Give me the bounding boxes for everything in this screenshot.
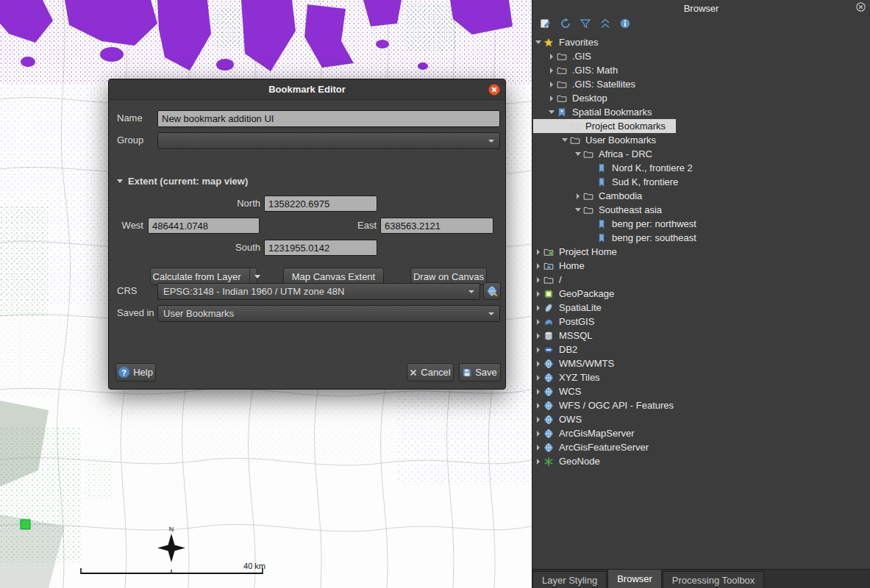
chevron-right-icon[interactable] (546, 77, 557, 91)
tree-item-home[interactable]: Home (533, 259, 595, 273)
east-input[interactable] (380, 218, 493, 234)
arcgis-feature-icon (543, 442, 555, 453)
tree-item-beng-per-northwest[interactable]: beng per: northwest (533, 217, 707, 231)
project-home-icon (543, 247, 555, 257)
saved-in-label: Saved in (117, 305, 154, 321)
refresh-icon[interactable] (559, 17, 572, 30)
chevron-right-icon[interactable] (533, 412, 543, 426)
chevron-placeholder (560, 119, 570, 133)
tree-item-postgis[interactable]: PostGIS (533, 315, 605, 329)
chevron-right-icon[interactable] (533, 384, 543, 398)
chevron-right-icon[interactable] (533, 259, 543, 273)
tree-item-southeast-asia[interactable]: Southeast asia (533, 203, 672, 217)
tree-item-nord-k-frontiere-2[interactable]: Nord K., frontiere 2 (533, 161, 703, 175)
tree-item-label: beng per: northwest (612, 218, 696, 229)
tree-item-user-bookmarks[interactable]: User Bookmarks (533, 133, 666, 147)
tree-item-root[interactable]: / (533, 273, 572, 287)
chevron-right-icon[interactable] (533, 301, 543, 315)
tab-processing-toolbox[interactable]: Processing Toolbox (663, 571, 765, 588)
tree-item-cambodia[interactable]: Cambodia (533, 189, 652, 203)
tree-item-desktop[interactable]: Desktop (533, 91, 618, 105)
cancel-icon (410, 369, 417, 376)
tree-item-label: Cambodia (599, 190, 642, 201)
tree-item-ows[interactable]: OWS (533, 412, 592, 426)
tree-item-wfs-ogc-api-features[interactable]: WFS / OGC API - Features (533, 398, 684, 412)
chevron-right-icon[interactable] (533, 343, 543, 356)
folder-icon (583, 149, 595, 159)
mssql-icon (543, 331, 555, 341)
extent-section-header[interactable]: Extent (current: map view) (117, 176, 248, 187)
crs-picker-button[interactable] (483, 282, 501, 300)
postgis-icon (543, 317, 555, 327)
chevron-right-icon[interactable] (533, 329, 543, 343)
help-button[interactable]: Help (115, 363, 156, 381)
chevron-right-icon[interactable] (533, 273, 543, 287)
tree-item-spatialite[interactable]: SpatiaLite (533, 301, 612, 315)
tab-layer-styling[interactable]: Layer Styling (532, 571, 607, 588)
new-item-icon[interactable] (539, 17, 552, 30)
tree-item-project-home[interactable]: Project Home (533, 245, 627, 259)
collapse-all-icon[interactable] (599, 17, 612, 30)
chevron-right-icon[interactable] (533, 454, 543, 468)
south-input[interactable] (264, 240, 377, 256)
close-panel-button[interactable] (855, 1, 866, 12)
tree-item-favorites[interactable]: Favorites (533, 35, 608, 49)
tree-item-geonode[interactable]: GeoNode (533, 454, 610, 468)
wfs-icon (543, 401, 555, 411)
folder-icon (557, 93, 568, 104)
cancel-button[interactable]: Cancel (407, 363, 454, 381)
chevron-right-icon[interactable] (533, 440, 543, 454)
tree-item-xyz-tiles[interactable]: XYZ Tiles (533, 370, 610, 384)
tree-item-wcs[interactable]: WCS (533, 384, 591, 398)
west-label: West (113, 218, 143, 234)
tree-item-project-bookmarks[interactable]: Project Bookmarks (533, 119, 676, 133)
crs-combobox[interactable]: EPSG:3148 - Indian 1960 / UTM zone 48N (157, 283, 480, 300)
chevron-right-icon[interactable] (533, 370, 543, 384)
chevron-down-icon (249, 268, 260, 284)
group-combobox[interactable] (157, 132, 500, 149)
south-label: South (216, 240, 260, 256)
tree-item-gis-satellites[interactable]: .GIS: Satellites (533, 77, 646, 91)
tab-browser[interactable]: Browser (607, 569, 662, 588)
name-input[interactable] (157, 110, 500, 127)
tree-item-db2[interactable]: DB2 (533, 343, 588, 356)
saved-in-combobox[interactable]: User Bookmarks (157, 305, 500, 322)
chevron-down-icon[interactable] (546, 105, 557, 119)
browser-panel-titlebar: Browser (532, 0, 870, 14)
tree-item-spatial-bookmarks[interactable]: Spatial Bookmarks (533, 105, 662, 119)
properties-icon[interactable] (618, 17, 632, 30)
chevron-right-icon[interactable] (533, 426, 543, 440)
map-feature-highlight (21, 520, 30, 529)
chevron-down-icon[interactable] (533, 35, 543, 49)
tree-item-wms-wmts[interactable]: WMS/WMTS (533, 356, 624, 370)
west-input[interactable] (148, 218, 260, 234)
chevron-right-icon[interactable] (533, 245, 543, 259)
save-button[interactable]: Save (459, 363, 501, 381)
chevron-right-icon[interactable] (546, 49, 557, 63)
help-icon (118, 367, 129, 378)
filter-browser-icon[interactable] (579, 17, 592, 30)
chevron-right-icon[interactable] (573, 189, 583, 203)
tree-item-gis[interactable]: .GIS (533, 49, 602, 63)
dialog-titlebar[interactable]: Bookmark Editor (109, 79, 505, 100)
tree-item-geopackage[interactable]: GeoPackage (533, 287, 624, 301)
dialog-close-button[interactable] (488, 84, 500, 96)
chevron-down-icon[interactable] (573, 203, 583, 217)
tree-item-mssql[interactable]: MSSQL (533, 329, 603, 343)
tree-item-beng-per-southeast[interactable]: beng per: southeast (533, 231, 707, 245)
chevron-down-icon[interactable] (560, 133, 570, 147)
tree-item-arcgismapserver[interactable]: ArcGisMapServer (533, 426, 645, 440)
chevron-down-icon[interactable] (573, 147, 583, 161)
tree-item-arcgisfeatureserver[interactable]: ArcGisFeatureServer (533, 440, 659, 454)
chevron-right-icon[interactable] (546, 91, 557, 105)
chevron-right-icon[interactable] (533, 315, 543, 329)
chevron-right-icon[interactable] (546, 63, 557, 77)
tree-item-sud-k-frontiere[interactable]: Sud K, frontiere (533, 175, 688, 189)
chevron-right-icon[interactable] (533, 287, 543, 301)
tree-item-gis-math[interactable]: .GIS: Math (533, 63, 628, 77)
chevron-right-icon[interactable] (533, 398, 543, 412)
north-input[interactable] (264, 196, 377, 212)
dialog-title: Bookmark Editor (268, 84, 346, 95)
tree-item-africa-drc[interactable]: Africa - DRC (533, 147, 663, 161)
chevron-right-icon[interactable] (533, 356, 543, 370)
